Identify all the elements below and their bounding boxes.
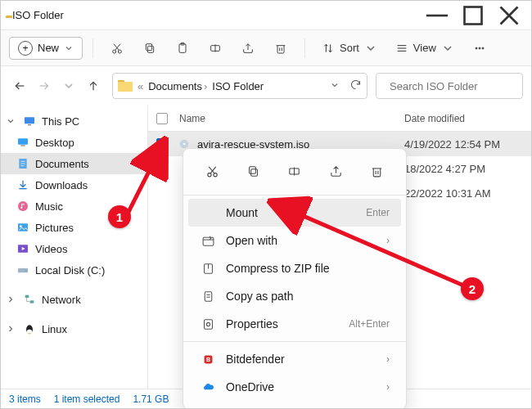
- sort-button[interactable]: Sort: [315, 38, 384, 58]
- rename-button[interactable]: [201, 35, 229, 61]
- sidebar-item-network[interactable]: Network: [1, 289, 147, 310]
- chevron-right-icon: [6, 324, 17, 334]
- sidebar-item-label: Music: [35, 200, 63, 213]
- copy-button[interactable]: [136, 35, 164, 61]
- svg-text:B: B: [205, 357, 210, 363]
- view-label: View: [413, 42, 436, 54]
- ctx-rename-button[interactable]: [281, 159, 309, 183]
- svg-point-4: [113, 50, 116, 53]
- svg-rect-72: [205, 291, 212, 300]
- col-name-header[interactable]: Name: [176, 113, 404, 124]
- ctx-bitdefender-label: Bitdefender: [226, 353, 376, 366]
- ctx-properties-hint: Alt+Enter: [349, 318, 390, 330]
- ctx-cut-button[interactable]: [198, 159, 226, 183]
- sidebar-item-label: Downloads: [35, 179, 88, 191]
- view-button[interactable]: View: [389, 38, 461, 58]
- sidebar-item-label: Desktop: [35, 137, 74, 149]
- address-chevron-icon[interactable]: [330, 80, 340, 92]
- ctx-mount-label: Mount: [226, 206, 356, 219]
- maximize-button[interactable]: [456, 3, 490, 28]
- sidebar-item-linux[interactable]: Linux: [1, 318, 147, 339]
- back-button[interactable]: [9, 75, 30, 97]
- svg-point-22: [476, 47, 477, 49]
- share-button[interactable]: [234, 35, 262, 61]
- document-icon: [16, 157, 30, 170]
- svg-rect-68: [203, 237, 214, 245]
- desktop-icon: [16, 136, 30, 149]
- svg-rect-9: [146, 43, 151, 50]
- sidebar-item-label: Linux: [42, 323, 67, 335]
- sidebar-item-label: Videos: [35, 243, 68, 255]
- cut-button[interactable]: [103, 35, 131, 61]
- svg-rect-1: [465, 7, 482, 24]
- ctx-bitdefender[interactable]: B Bitdefender ›: [188, 345, 401, 373]
- paste-button[interactable]: [169, 35, 196, 61]
- download-icon: [16, 178, 30, 191]
- new-button[interactable]: + New: [9, 37, 83, 60]
- file-date: 4/19/2022 12:54 PM: [404, 138, 531, 151]
- pc-icon: [22, 115, 37, 128]
- breadcrumb-part[interactable]: Documents ›: [148, 80, 207, 92]
- sidebar-item-label: Documents: [35, 158, 89, 170]
- sidebar-item-desktop[interactable]: Desktop: [1, 132, 147, 153]
- minimize-button[interactable]: [420, 3, 454, 28]
- sidebar-item-local-disk[interactable]: Local Disk (C:): [1, 259, 147, 281]
- svg-marker-54: [29, 333, 31, 335]
- chevron-down-icon: [441, 42, 454, 55]
- svg-rect-8: [147, 46, 153, 52]
- ctx-copy-button[interactable]: [240, 159, 268, 183]
- titlebar: ISO Folder: [1, 1, 531, 30]
- sidebar-item-documents[interactable]: Documents: [1, 153, 147, 174]
- sidebar-item-this-pc[interactable]: This PC: [1, 110, 147, 132]
- svg-point-40: [18, 201, 28, 211]
- sidebar-item-label: This PC: [42, 115, 79, 128]
- chevron-right-icon: ›: [386, 353, 390, 365]
- ctx-copy-path-label: Copy as path: [226, 290, 390, 303]
- up-button[interactable]: [83, 75, 104, 97]
- select-all-checkbox[interactable]: [148, 113, 176, 124]
- recent-dropdown[interactable]: [58, 75, 79, 97]
- breadcrumb-sep: «: [138, 80, 143, 92]
- svg-rect-61: [251, 169, 258, 176]
- more-button[interactable]: [466, 35, 494, 61]
- delete-button[interactable]: [267, 35, 295, 61]
- zip-icon: [200, 262, 216, 276]
- chevron-down-icon: [364, 42, 377, 55]
- ctx-open-with[interactable]: Open with ›: [188, 227, 401, 254]
- open-with-icon: [200, 234, 216, 248]
- linux-icon: [22, 322, 37, 335]
- file-date: 18/2022 4:27 PM: [404, 163, 531, 175]
- svg-rect-62: [250, 166, 256, 173]
- svg-point-56: [183, 143, 186, 146]
- properties-icon: [200, 317, 216, 331]
- svg-rect-75: [204, 319, 212, 328]
- copy-path-icon: [200, 290, 216, 303]
- svg-point-47: [25, 270, 26, 271]
- sidebar: This PC Desktop Documents Downloads Musi…: [1, 106, 148, 389]
- ctx-zip[interactable]: Compress to ZIP file: [188, 254, 401, 282]
- forward-button[interactable]: [34, 75, 55, 97]
- address-bar[interactable]: « Documents › ISO Folder: [112, 73, 367, 99]
- ctx-delete-button[interactable]: [363, 159, 391, 183]
- sidebar-item-videos[interactable]: Videos: [1, 238, 147, 259]
- breadcrumb-part[interactable]: ISO Folder: [212, 80, 264, 92]
- ctx-copy-path[interactable]: Copy as path: [188, 282, 401, 310]
- music-icon: [16, 200, 30, 213]
- chevron-right-icon: ›: [386, 235, 390, 246]
- chevron-right-icon: [6, 294, 17, 304]
- status-size: 1.71 GB: [133, 393, 169, 405]
- svg-rect-49: [30, 300, 34, 303]
- refresh-button[interactable]: [349, 79, 362, 93]
- navigation-bar: « Documents › ISO Folder: [1, 66, 531, 106]
- search-input[interactable]: [388, 79, 529, 93]
- search-box[interactable]: [376, 73, 523, 99]
- ctx-mount[interactable]: Mount Enter: [188, 199, 401, 227]
- sidebar-item-downloads[interactable]: Downloads: [1, 174, 147, 196]
- ctx-share-button[interactable]: [322, 159, 349, 183]
- ctx-properties[interactable]: Properties Alt+Enter: [188, 310, 401, 338]
- close-button[interactable]: [492, 3, 526, 28]
- svg-rect-31: [28, 124, 31, 125]
- col-date-header[interactable]: Date modified: [404, 113, 531, 124]
- ctx-onedrive[interactable]: OneDrive ›: [188, 373, 401, 401]
- annotation-badge-2: 2: [461, 277, 484, 300]
